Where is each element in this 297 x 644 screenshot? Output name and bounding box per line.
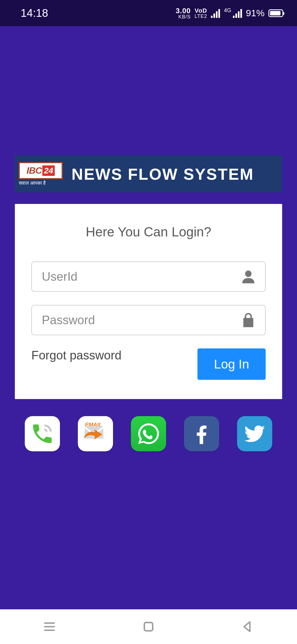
android-nav-bar	[0, 609, 297, 644]
nav-home-button[interactable]	[140, 618, 157, 635]
status-right-group: 3.00 KB/S VoD LTE2 4G 91%	[176, 7, 283, 19]
nav-back-button[interactable]	[239, 618, 256, 635]
nav-recent-button[interactable]	[41, 618, 58, 635]
call-button[interactable]	[25, 416, 60, 451]
banner-title: NEWS FLOW SYSTEM	[72, 165, 254, 183]
status-time: 14:18	[21, 7, 48, 19]
signal-icon	[211, 9, 220, 18]
svg-rect-4	[144, 623, 153, 631]
facebook-button[interactable]	[184, 416, 219, 451]
password-input[interactable]	[31, 305, 266, 335]
forgot-password-link[interactable]: Forgot password	[31, 348, 122, 362]
back-triangle-icon	[240, 620, 255, 634]
network-speed: 3.00 KB/S	[176, 7, 191, 19]
social-row: EMAIL	[15, 416, 282, 451]
login-button[interactable]: Log In	[197, 348, 266, 380]
whatsapp-icon	[136, 421, 161, 446]
square-icon	[141, 620, 156, 634]
signal-icon-2	[233, 9, 242, 18]
network-tag: 4G	[224, 7, 231, 13]
svg-point-0	[245, 271, 251, 277]
logo-tagline: सवाल आपका है	[19, 180, 63, 186]
hamburger-icon	[42, 620, 57, 634]
logo-text-ibc: IBC	[27, 165, 42, 176]
logo-text-24: 24	[42, 165, 55, 176]
battery-percent: 91%	[246, 8, 265, 18]
userid-field-wrap	[31, 261, 266, 292]
logo-box: IBC 24 सवाल आपका है	[19, 161, 63, 187]
email-button[interactable]: EMAIL	[78, 416, 113, 451]
password-field-wrap	[31, 305, 266, 335]
userid-input[interactable]	[31, 261, 266, 292]
facebook-icon	[189, 421, 214, 446]
network-label: VoD LTE2	[195, 8, 207, 19]
twitter-button[interactable]	[237, 416, 272, 451]
twitter-icon	[242, 421, 267, 446]
user-icon	[240, 268, 257, 285]
status-bar: 14:18 3.00 KB/S VoD LTE2 4G 91%	[0, 0, 297, 26]
lock-icon	[240, 312, 257, 329]
login-heading: Here You Can Login?	[31, 224, 266, 239]
call-icon	[30, 421, 55, 446]
whatsapp-button[interactable]	[131, 416, 166, 451]
app-banner: IBC 24 सवाल आपका है NEWS FLOW SYSTEM	[15, 155, 282, 192]
email-icon: EMAIL	[82, 420, 109, 447]
battery-icon	[268, 9, 283, 17]
login-card: Here You Can Login? Forgot password Log …	[15, 204, 282, 399]
